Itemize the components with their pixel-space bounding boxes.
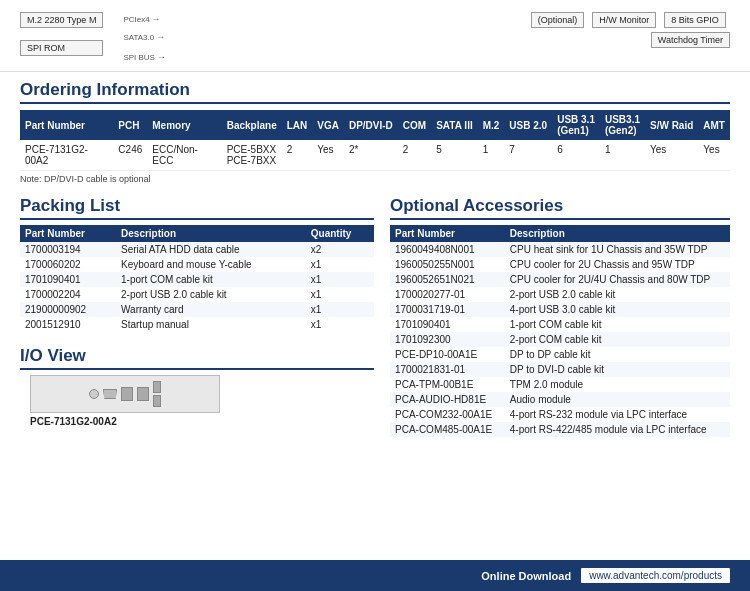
ordering-cell: 5	[431, 140, 477, 171]
packing-col-desc: Description	[116, 225, 306, 242]
optional-cell: 1700031719-01	[390, 302, 505, 317]
optional-cell: 2-port USB 2.0 cable kit	[505, 287, 730, 302]
optional-col-part: Part Number	[390, 225, 505, 242]
optional-row: PCA-AUDIO-HD81EAudio module	[390, 392, 730, 407]
io-model-label: PCE-7131G2-00A2	[30, 416, 117, 427]
packing-row: 21900000902Warranty cardx1	[20, 302, 374, 317]
page-wrapper: M.2 2280 Type M SPI ROM PCIex4 → SATA3.0…	[0, 0, 750, 591]
optional-row: 17010904011-port COM cable kit	[390, 317, 730, 332]
optional-row: 17010923002-port COM cable kit	[390, 332, 730, 347]
usb-port-1-icon	[153, 381, 161, 393]
watchdog-box: Watchdog Timer	[651, 32, 730, 48]
optional-row: PCA-COM485-00A1E4-port RS-422/485 module…	[390, 422, 730, 437]
packing-cell: x2	[306, 242, 374, 257]
io-view-section: I/O View	[20, 342, 374, 435]
m2-box: M.2 2280 Type M	[20, 12, 103, 28]
rj45-port-2-icon	[137, 387, 149, 401]
optional-row: 1960050255N001CPU cooler for 2U Chassis …	[390, 257, 730, 272]
optional-row: 1960049408N001CPU heat sink for 1U Chass…	[390, 242, 730, 257]
packing-row: 17010904011-port COM cable kitx1	[20, 272, 374, 287]
ordering-cell: Yes	[312, 140, 344, 171]
gpio-box: 8 Bits GPIO	[664, 12, 726, 28]
ordering-cell: 2	[398, 140, 431, 171]
optional-cell: 1-port COM cable kit	[505, 317, 730, 332]
footer-url: www.advantech.com/products	[581, 568, 730, 583]
col-vga: VGA	[312, 110, 344, 140]
vga-port-icon	[103, 389, 117, 399]
optional-cell: CPU cooler for 2U Chassis and 95W TDP	[505, 257, 730, 272]
ordering-section: Ordering Information Part Number PCH Mem…	[0, 72, 750, 190]
optional-cell: 1701092300	[390, 332, 505, 347]
optional-cell: 4-port RS-422/485 module via LPC interfa…	[505, 422, 730, 437]
packing-cell: x1	[306, 302, 374, 317]
io-image-area: PCE-7131G2-00A2	[20, 375, 374, 427]
optional-row: 1700031719-014-port USB 3.0 cable kit	[390, 302, 730, 317]
optional-cell: Audio module	[505, 392, 730, 407]
optional-cell: 1701090401	[390, 317, 505, 332]
ordering-cell: ECC/Non-ECC	[147, 140, 221, 171]
sata30-label: SATA3.0	[123, 33, 154, 42]
optional-box: (Optional)	[531, 12, 585, 28]
col-usb31g1: USB 3.1(Gen1)	[552, 110, 600, 140]
col-memory: Memory	[147, 110, 221, 140]
col-part-number: Part Number	[20, 110, 113, 140]
packing-cell: 1-port COM cable kit	[116, 272, 306, 287]
packing-list-col: Packing List Part Number Description Qua…	[20, 196, 390, 437]
packing-list-title: Packing List	[20, 196, 374, 220]
ordering-cell: 1	[478, 140, 505, 171]
io-device-inner	[89, 381, 161, 407]
ordering-cell: 7	[504, 140, 552, 171]
col-lan: LAN	[282, 110, 313, 140]
col-amt: AMT	[698, 110, 730, 140]
optional-cell: PCA-AUDIO-HD81E	[390, 392, 505, 407]
spi-rom-box: SPI ROM	[20, 40, 103, 56]
packing-row: 1700003194Serial ATA HDD data cablex2	[20, 242, 374, 257]
ordering-cell: 2	[282, 140, 313, 171]
packing-cell: 21900000902	[20, 302, 116, 317]
packing-cell: Serial ATA HDD data cable	[116, 242, 306, 257]
optional-cell: PCA-COM485-00A1E	[390, 422, 505, 437]
hw-monitor-box: H/W Monitor	[592, 12, 656, 28]
ps2-port-icon	[89, 389, 99, 399]
optional-accessories-table: Part Number Description 1960049408N001CP…	[390, 225, 730, 437]
optional-row: 1700021831-01DP to DVI-D cable kit	[390, 362, 730, 377]
usb-port-2-icon	[153, 395, 161, 407]
optional-cell: 1960049408N001	[390, 242, 505, 257]
diagram-left: M.2 2280 Type M SPI ROM	[20, 8, 103, 56]
optional-cell: 1960052651N021	[390, 272, 505, 287]
ordering-note: Note: DP/DVI-D cable is optional	[20, 174, 730, 184]
col-usb20: USB 2.0	[504, 110, 552, 140]
optional-cell: 4-port USB 3.0 cable kit	[505, 302, 730, 317]
optional-cell: PCE-DP10-00A1E	[390, 347, 505, 362]
optional-cell: DP to DVI-D cable kit	[505, 362, 730, 377]
ordering-cell: 2*	[344, 140, 398, 171]
packing-list-table: Part Number Description Quantity 1700003…	[20, 225, 374, 332]
optional-cell: CPU cooler for 2U/4U Chassis and 80W TDP	[505, 272, 730, 287]
packing-cell: x1	[306, 272, 374, 287]
diagram-arrows: PCIex4 → SATA3.0 → SPI BUS →	[123, 8, 166, 62]
packing-cell: 2001512910	[20, 317, 116, 332]
col-dp-dvi: DP/DVI-D	[344, 110, 398, 140]
ordering-cell: PCE-5BXXPCE-7BXX	[222, 140, 282, 171]
optional-accessories-title: Optional Accessories	[390, 196, 730, 220]
optional-cell: TPM 2.0 module	[505, 377, 730, 392]
packing-row: 2001512910Startup manualx1	[20, 317, 374, 332]
ordering-cell: Yes	[645, 140, 698, 171]
pciex4-label: PCIex4	[123, 15, 149, 24]
ordering-title: Ordering Information	[20, 80, 730, 104]
packing-cell: Startup manual	[116, 317, 306, 332]
diagram-placeholder: M.2 2280 Type M SPI ROM PCIex4 → SATA3.0…	[20, 8, 730, 65]
optional-cell: CPU heat sink for 1U Chassis and 35W TDP	[505, 242, 730, 257]
optional-row: 1960052651N021CPU cooler for 2U/4U Chass…	[390, 272, 730, 287]
ordering-cell: 1	[600, 140, 645, 171]
optional-col-desc: Description	[505, 225, 730, 242]
optional-row: PCA-TPM-00B1ETPM 2.0 module	[390, 377, 730, 392]
optional-cell: PCA-TPM-00B1E	[390, 377, 505, 392]
footer: Online Download www.advantech.com/produc…	[0, 560, 750, 591]
ordering-cell: 6	[552, 140, 600, 171]
spibus-label: SPI BUS	[123, 53, 155, 62]
packing-row: 17000022042-port USB 2.0 cable kitx1	[20, 287, 374, 302]
packing-cell: 2-port USB 2.0 cable kit	[116, 287, 306, 302]
optional-accessories-col: Optional Accessories Part Number Descrip…	[390, 196, 730, 437]
io-view-title: I/O View	[20, 346, 374, 370]
